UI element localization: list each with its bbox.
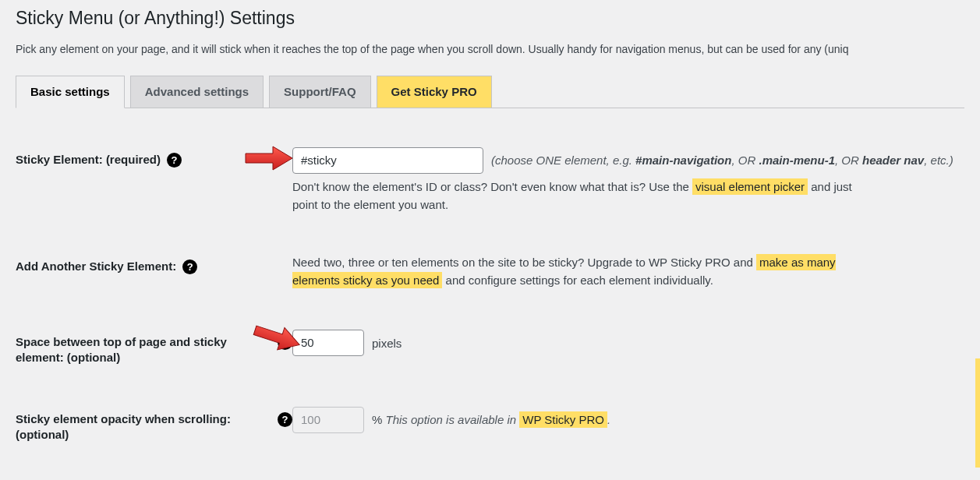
add-another-desc: Need two, three or ten elements on the s… (292, 254, 869, 289)
row-opacity: Sticky element opacity when scrolling: (… (16, 407, 964, 443)
tab-get-sticky-pro[interactable]: Get Sticky PRO (377, 76, 492, 108)
tab-basic-settings[interactable]: Basic settings (16, 76, 125, 108)
space-top-input[interactable] (292, 330, 364, 356)
label-opacity: Sticky element opacity when scrolling: (… (16, 407, 292, 443)
page-intro: Pick any element on your page, and it wi… (16, 43, 964, 55)
opacity-input (292, 407, 364, 433)
page-title: Sticky Menu (or Anything!) Settings (16, 6, 964, 29)
row-space-top: Space between top of page and sticky ele… (16, 330, 964, 366)
tab-support-faq[interactable]: Support/FAQ (269, 76, 371, 108)
tab-advanced-settings[interactable]: Advanced settings (130, 76, 264, 108)
help-icon[interactable]: ? (278, 335, 292, 350)
scrollbar-thumb[interactable] (975, 358, 980, 468)
label-sticky-element: Sticky Element: (required) ? (16, 147, 292, 168)
settings-form: Sticky Element: (required) ? (choose ONE… (16, 147, 964, 443)
row-add-another: Add Another Sticky Element: ? Need two, … (16, 254, 964, 289)
space-top-unit: pixels (372, 337, 402, 350)
pro-opacity-link[interactable]: WP Sticky PRO (519, 411, 607, 428)
help-icon[interactable]: ? (167, 153, 182, 168)
sticky-element-hint: (choose ONE element, e.g. #main-navigati… (491, 152, 953, 170)
visual-element-picker-link[interactable]: visual element picker (692, 178, 808, 195)
label-add-another: Add Another Sticky Element: ? (16, 254, 292, 274)
row-sticky-element: Sticky Element: (required) ? (choose ONE… (16, 147, 964, 214)
sticky-element-input[interactable] (292, 147, 483, 174)
sticky-element-desc: Don't know the element's ID or class? Do… (292, 178, 869, 214)
help-icon[interactable]: ? (278, 412, 292, 427)
tabs-nav: Basic settings Advanced settings Support… (16, 76, 964, 108)
opacity-note: % This option is available in WP Sticky … (372, 413, 610, 426)
label-space-top: Space between top of page and sticky ele… (16, 330, 292, 366)
help-icon[interactable]: ? (182, 259, 197, 274)
